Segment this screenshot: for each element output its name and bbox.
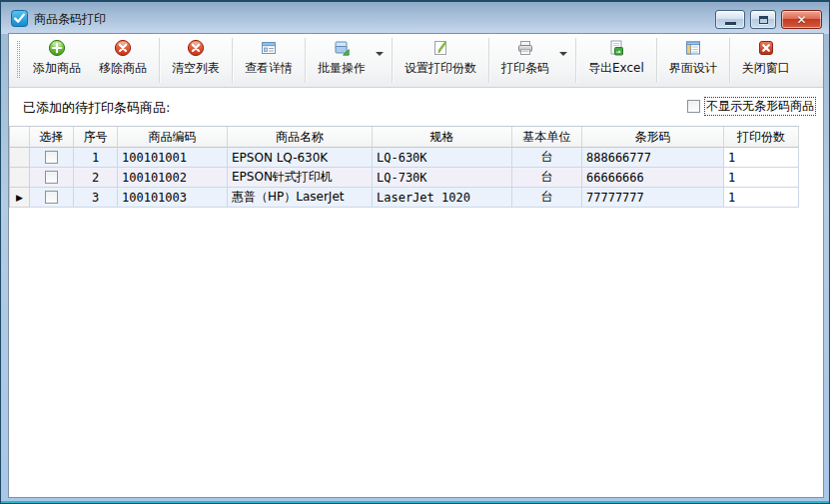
spec-cell: LaserJet 1020	[373, 188, 512, 208]
close-window-icon	[757, 39, 775, 57]
table-row-current[interactable]: ▶ 3 100101003 惠普（HP）LaserJet LaserJet 10…	[10, 188, 799, 208]
remove-icon	[114, 39, 132, 57]
toolbar-button-label: 界面设计	[669, 60, 717, 77]
column-header-index[interactable]: 序号	[74, 127, 118, 148]
spec-cell: LQ-730K	[373, 168, 512, 188]
export-excel-icon	[607, 39, 625, 57]
toolbar-separator	[729, 38, 730, 83]
product-code-cell: 100101003	[118, 188, 228, 208]
ui-design-icon	[684, 39, 702, 57]
restore-button[interactable]	[750, 10, 776, 29]
print-copies-cell[interactable]: 1	[724, 168, 799, 188]
column-header-unit[interactable]: 基本单位	[512, 127, 582, 148]
print-copies-cell[interactable]: 1	[724, 148, 799, 168]
barcode-cell: 77777777	[582, 188, 724, 208]
toolbar-separator	[232, 38, 233, 83]
window-title: 商品条码打印	[34, 11, 106, 28]
unit-cell: 台	[512, 168, 582, 188]
products-grid: 选择 序号 商品编码 商品名称 规格 基本单位 条形码 打印份数 1 10010…	[9, 126, 799, 208]
toolbar-separator	[159, 38, 160, 83]
close-button[interactable]: ✕	[781, 10, 822, 29]
row-checkbox[interactable]	[45, 151, 58, 164]
column-header-code[interactable]: 商品编码	[118, 127, 228, 148]
batch-operations-button[interactable]: 批量操作	[309, 34, 375, 87]
current-row-arrow-icon: ▶	[10, 188, 30, 208]
info-bar: 已添加的待打印条码商品: 不显示无条形码商品	[9, 88, 823, 126]
print-barcode-dropdown[interactable]	[558, 34, 572, 87]
column-header-select[interactable]: 选择	[30, 127, 74, 148]
row-index-cell: 2	[74, 168, 118, 188]
product-name-cell: 惠普（HP）LaserJet	[228, 188, 373, 208]
unit-cell: 台	[512, 148, 582, 168]
details-icon	[260, 39, 278, 57]
added-products-label: 已添加的待打印条码商品:	[23, 99, 170, 117]
clear-icon	[187, 39, 205, 57]
chevron-down-icon	[376, 52, 384, 56]
clear-list-button[interactable]: 清空列表	[163, 34, 229, 87]
toolbar-button-label: 添加商品	[33, 60, 81, 77]
content-area: 添加商品 移除商品	[9, 34, 823, 497]
column-header-barcode[interactable]: 条形码	[582, 127, 724, 148]
unit-cell: 台	[512, 188, 582, 208]
printer-icon	[516, 39, 534, 57]
hide-no-barcode-filter[interactable]: 不显示无条形码商品	[687, 97, 816, 116]
add-product-button[interactable]: 添加商品	[24, 34, 90, 87]
column-header-name[interactable]: 商品名称	[228, 127, 373, 148]
print-copies-cell[interactable]: 1	[724, 188, 799, 208]
export-excel-button[interactable]: 导出Excel	[579, 34, 653, 87]
view-details-button[interactable]: 查看详情	[236, 34, 302, 87]
toolbar-button-label: 清空列表	[172, 60, 220, 77]
titlebar[interactable]: 商品条码打印 ✕	[1, 1, 829, 34]
toolbar-button-label: 移除商品	[99, 60, 147, 77]
remove-product-button[interactable]: 移除商品	[90, 34, 156, 87]
product-name-cell: EPSON针式打印机	[228, 168, 373, 188]
row-index-cell: 1	[74, 148, 118, 168]
product-name-cell: EPSON LQ-630K	[228, 148, 373, 168]
toolbar-button-label: 导出Excel	[588, 60, 644, 77]
table-row[interactable]: 2 100101002 EPSON针式打印机 LQ-730K 台 6666666…	[10, 168, 799, 188]
barcode-cell: 888666777	[582, 148, 724, 168]
app-logo-icon	[11, 10, 28, 27]
ui-design-button[interactable]: 界面设计	[660, 34, 726, 87]
toolbar-separator	[575, 38, 576, 83]
filter-checkbox[interactable]	[687, 100, 700, 113]
row-checkbox[interactable]	[45, 171, 58, 184]
toolbar-button-label: 查看详情	[245, 60, 293, 77]
grid-header-row: 选择 序号 商品编码 商品名称 规格 基本单位 条形码 打印份数	[10, 127, 799, 148]
add-icon	[48, 39, 66, 57]
print-barcode-button[interactable]: 打印条码	[492, 34, 558, 87]
row-index-cell: 3	[74, 188, 118, 208]
edit-copies-icon	[431, 39, 449, 57]
row-indicator-cell	[10, 168, 30, 188]
product-code-cell: 100101001	[118, 148, 228, 168]
toolbar-button-label: 设置打印份数	[405, 60, 476, 77]
restore-icon	[759, 16, 768, 24]
table-row[interactable]: 1 100101001 EPSON LQ-630K LQ-630K 台 8886…	[10, 148, 799, 168]
app-window: 商品条码打印 ✕ 添加商品	[0, 0, 830, 504]
row-indicator-header	[10, 127, 30, 148]
column-header-copies[interactable]: 打印份数	[724, 127, 799, 148]
spec-cell: LQ-630K	[373, 148, 512, 168]
toolbar-grip[interactable]	[17, 41, 20, 78]
product-code-cell: 100101002	[118, 168, 228, 188]
toolbar-button-label: 关闭窗口	[742, 60, 790, 77]
toolbar: 添加商品 移除商品	[9, 34, 823, 88]
toolbar-separator	[392, 38, 393, 83]
window-bottom-edge	[1, 501, 829, 503]
column-header-spec[interactable]: 规格	[373, 127, 512, 148]
set-print-copies-button[interactable]: 设置打印份数	[396, 34, 485, 87]
toolbar-button-label: 批量操作	[318, 60, 366, 77]
row-select-cell[interactable]	[30, 188, 74, 208]
row-checkbox[interactable]	[45, 191, 58, 204]
close-window-button[interactable]: 关闭窗口	[733, 34, 799, 87]
toolbar-separator	[488, 38, 489, 83]
toolbar-button-label: 打印条码	[501, 60, 549, 77]
window-controls: ✕	[715, 10, 822, 29]
minimize-icon	[725, 22, 736, 25]
toolbar-separator	[656, 38, 657, 83]
batch-operations-dropdown[interactable]	[375, 34, 389, 87]
row-select-cell[interactable]	[30, 168, 74, 188]
row-indicator-cell	[10, 148, 30, 168]
minimize-button[interactable]	[715, 10, 745, 29]
row-select-cell[interactable]	[30, 148, 74, 168]
